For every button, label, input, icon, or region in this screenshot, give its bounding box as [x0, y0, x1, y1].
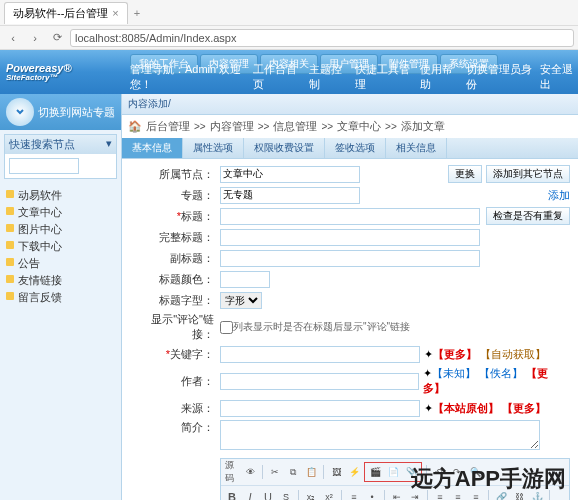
url-text: localhost:8085/Admin/Index.aspx: [75, 32, 236, 44]
tree-item[interactable]: 图片中心: [4, 221, 117, 238]
source-icon[interactable]: 源码: [224, 464, 240, 480]
tree-item[interactable]: 公告: [4, 255, 117, 272]
sub-theme[interactable]: 主题控制: [309, 62, 347, 92]
ul-icon[interactable]: •: [364, 489, 380, 500]
source-input[interactable]: [220, 400, 420, 417]
titlecolor-input[interactable]: [220, 271, 270, 288]
star-icon: ✦: [424, 402, 433, 414]
showtip-desc: 列表显示时是否在标题后显示"评论"链接: [233, 320, 410, 334]
cut-icon[interactable]: ✂: [267, 464, 283, 480]
admin-welcome: 管理导航：Admin 欢迎您！: [130, 62, 245, 92]
tab-basic[interactable]: 基本信息: [122, 138, 183, 158]
sub-logout[interactable]: 安全退出: [540, 62, 578, 92]
change-node-button[interactable]: 更换: [448, 165, 482, 183]
titlecolor-label: 标题颜色：: [130, 272, 220, 287]
keyword-more[interactable]: 【更多】: [433, 348, 477, 360]
tree-item[interactable]: 文章中心: [4, 204, 117, 221]
search-input[interactable]: [9, 158, 79, 174]
intro-textarea[interactable]: [220, 420, 540, 450]
tree-item[interactable]: 友情链接: [4, 272, 117, 289]
keyword-label: *关键字：: [130, 347, 220, 362]
title-input[interactable]: [220, 208, 480, 225]
content-area: 内容添加/ 🏠 后台管理 >> 内容管理 >> 信息管理 >> 文章中心 >> …: [122, 94, 578, 500]
url-field[interactable]: localhost:8085/Admin/Index.aspx: [70, 29, 574, 47]
flash-icon[interactable]: ⚡: [346, 464, 362, 480]
showtip-label: 显示"评论"链接：: [130, 312, 220, 342]
media-icon[interactable]: 🎬: [367, 464, 383, 480]
content-toolbar: 内容添加/: [122, 94, 578, 115]
sidebar-switch[interactable]: 切换到网站专题: [0, 94, 121, 130]
tree-item[interactable]: 留言反馈: [4, 289, 117, 306]
title-label: *标题：: [130, 209, 220, 224]
paste-icon[interactable]: 📋: [303, 464, 319, 480]
search-panel: 快速搜索节点 ▾: [4, 134, 117, 179]
star-icon: ✦: [424, 348, 433, 360]
node-label: 所属节点：: [130, 167, 220, 182]
keyword-auto[interactable]: 【自动获取】: [480, 348, 546, 360]
special-label: 专题：: [130, 188, 220, 203]
tab-attr[interactable]: 属性选项: [183, 138, 244, 158]
home-icon: 🏠: [128, 120, 142, 133]
form-tabs: 基本信息 属性选项 权限收费设置 签收选项 相关信息: [122, 138, 578, 159]
sub-workbench[interactable]: 工作台首页: [253, 62, 300, 92]
author-input[interactable]: [220, 373, 419, 390]
author-anon[interactable]: 【佚名】: [479, 367, 523, 379]
forward-button[interactable]: ›: [26, 29, 44, 47]
new-tab-button[interactable]: +: [134, 7, 140, 19]
sidebar: 切换到网站专题 快速搜索节点 ▾ 动易软件 文章中心 图片中心 下载中心 公告 …: [0, 94, 122, 500]
tab-perm[interactable]: 权限收费设置: [244, 138, 325, 158]
tab-title: 动易软件--后台管理: [13, 6, 108, 21]
underline-icon[interactable]: U: [260, 489, 276, 500]
tab-sign[interactable]: 签收选项: [325, 138, 386, 158]
ol-icon[interactable]: ≡: [346, 489, 362, 500]
titlefont-select[interactable]: 字形: [220, 292, 262, 309]
source-more[interactable]: 【更多】: [502, 402, 546, 414]
footer-brand: 远方APP手游网: [411, 464, 566, 494]
star-icon: ✦: [423, 367, 432, 379]
italic-icon[interactable]: I: [242, 489, 258, 500]
add-special-link[interactable]: 添加: [548, 188, 570, 203]
sub-icon[interactable]: x₂: [303, 489, 319, 500]
sub-help[interactable]: 使用帮助: [420, 62, 458, 92]
keyword-input[interactable]: [220, 346, 420, 363]
tree-root[interactable]: 动易软件: [4, 187, 117, 204]
special-input[interactable]: [220, 187, 360, 204]
tree-item[interactable]: 下载中心: [4, 238, 117, 255]
tab-close-icon[interactable]: ×: [112, 7, 118, 19]
file-icon[interactable]: 📄: [385, 464, 401, 480]
switch-icon: [6, 98, 34, 126]
intro-label: 简介：: [130, 420, 220, 435]
outdent-icon[interactable]: ⇤: [389, 489, 405, 500]
back-button[interactable]: ‹: [4, 29, 22, 47]
node-input[interactable]: [220, 166, 360, 183]
bold-icon[interactable]: B: [224, 489, 240, 500]
strike-icon[interactable]: S: [278, 489, 294, 500]
browser-tab[interactable]: 动易软件--后台管理 ×: [4, 2, 128, 24]
app-logo: Powereasy® SiteFactory™: [6, 62, 72, 83]
sub-shortcut[interactable]: 快捷工具管理: [355, 62, 412, 92]
source-label: 来源：: [130, 401, 220, 416]
author-unknown[interactable]: 【未知】: [432, 367, 476, 379]
titlefont-label: 标题字型：: [130, 293, 220, 308]
fulltitle-input[interactable]: [220, 229, 480, 246]
fulltitle-label: 完整标题：: [130, 230, 220, 245]
source-original[interactable]: 【本站原创】: [433, 402, 499, 414]
showtip-checkbox[interactable]: [220, 321, 233, 334]
image-icon[interactable]: 🖼: [328, 464, 344, 480]
search-toggle-icon[interactable]: ▾: [106, 137, 112, 152]
search-title: 快速搜索节点: [9, 137, 75, 152]
folder-tree: 动易软件 文章中心 图片中心 下载中心 公告 友情链接 留言反馈: [0, 183, 121, 310]
author-label: 作者：: [130, 374, 220, 389]
tab-related[interactable]: 相关信息: [386, 138, 447, 158]
sub-switch[interactable]: 切换管理员身份: [466, 62, 532, 92]
reload-button[interactable]: ⟳: [48, 29, 66, 47]
check-dup-button[interactable]: 检查是否有重复: [486, 207, 570, 225]
add-other-node-button[interactable]: 添加到其它节点: [486, 165, 570, 183]
breadcrumb: 🏠 后台管理 >> 内容管理 >> 信息管理 >> 文章中心 >> 添加文章: [122, 115, 578, 138]
subtitle-label: 副标题：: [130, 251, 220, 266]
copy-icon[interactable]: ⧉: [285, 464, 301, 480]
sup-icon[interactable]: x²: [321, 489, 337, 500]
subtitle-input[interactable]: [220, 250, 480, 267]
preview-icon[interactable]: 👁: [242, 464, 258, 480]
sub-menu: 管理导航：Admin 欢迎您！ 工作台首页 主题控制 快捷工具管理 使用帮助 切…: [130, 62, 578, 92]
